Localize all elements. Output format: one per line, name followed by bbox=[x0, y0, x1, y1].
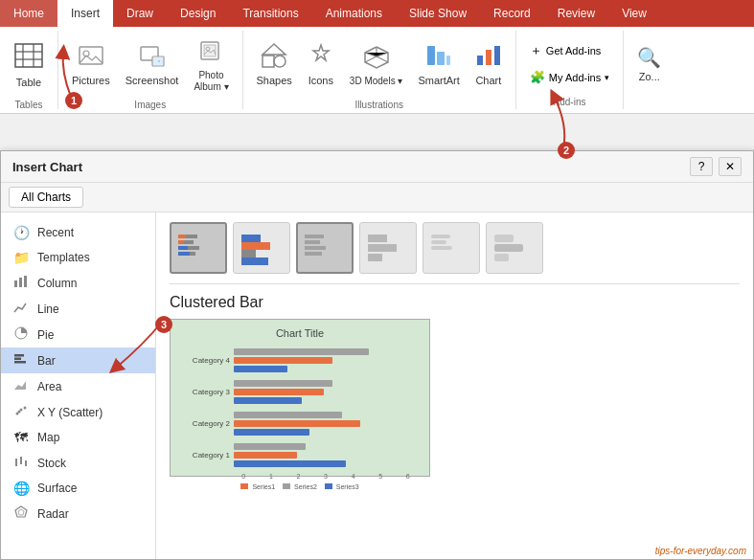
legend-series1-dot bbox=[240, 483, 248, 489]
sidebar-item-scatter[interactable]: X Y (Scatter) bbox=[1, 399, 155, 425]
tab-transitions[interactable]: Transitions bbox=[229, 0, 311, 27]
chart-variant-2[interactable] bbox=[296, 222, 354, 274]
chart-variant-0[interactable] bbox=[170, 222, 227, 274]
zoom-button[interactable]: 🔍 Zo... bbox=[631, 33, 667, 98]
ribbon-group-illustrations-items: Shapes Icons 3D Models ▾ bbox=[251, 33, 508, 98]
icons-button[interactable]: Icons bbox=[302, 33, 340, 98]
svg-rect-14 bbox=[263, 56, 274, 67]
svg-rect-20 bbox=[477, 56, 483, 65]
axis-3: 3 bbox=[312, 473, 340, 480]
3dmodels-button[interactable]: 3D Models ▾ bbox=[344, 33, 409, 98]
recent-icon: 🕐 bbox=[12, 225, 30, 240]
svg-rect-27 bbox=[14, 354, 24, 357]
get-addins-button[interactable]: ＋ Get Add-ins bbox=[524, 40, 606, 61]
cat4-series2-bar bbox=[234, 357, 332, 364]
svg-marker-16 bbox=[263, 44, 286, 55]
tables-group-label: Tables bbox=[8, 98, 50, 110]
cat1-label: Category 1 bbox=[186, 451, 230, 459]
icons-label: Icons bbox=[308, 75, 333, 87]
tab-insert[interactable]: Insert bbox=[57, 0, 113, 27]
sidebar-item-surface[interactable]: 🌐 Surface bbox=[1, 476, 155, 501]
zoom-group-label bbox=[631, 105, 667, 107]
chart-variant-4[interactable] bbox=[423, 222, 480, 274]
cat2-bars bbox=[234, 412, 414, 436]
legend-series3-dot bbox=[325, 483, 332, 489]
dialog-tabs: All Charts bbox=[1, 183, 753, 213]
chart-button[interactable]: Chart bbox=[469, 33, 508, 98]
svg-rect-17 bbox=[427, 46, 435, 65]
sidebar-item-area[interactable]: Area bbox=[1, 373, 155, 399]
svg-rect-60 bbox=[431, 240, 446, 244]
chart-label: Chart bbox=[475, 75, 501, 87]
dialog-close-button[interactable]: ✕ bbox=[719, 157, 742, 176]
ribbon-group-tables-items: Table bbox=[8, 33, 50, 98]
sidebar-item-recent-label: Recent bbox=[37, 226, 74, 239]
all-charts-tab[interactable]: All Charts bbox=[9, 187, 83, 208]
svg-rect-47 bbox=[178, 252, 190, 256]
chart-preview-area: Chart Title Category 4 Category bbox=[170, 319, 430, 477]
zoom-icon: 🔍 bbox=[637, 46, 661, 69]
svg-rect-41 bbox=[178, 235, 186, 238]
svg-rect-55 bbox=[305, 252, 322, 256]
svg-rect-25 bbox=[24, 276, 27, 287]
svg-rect-51 bbox=[241, 258, 268, 265]
svg-rect-58 bbox=[368, 254, 382, 261]
sidebar-item-pie[interactable]: Pie bbox=[1, 322, 155, 347]
my-addins-button[interactable]: 🧩 My Add-ins ▾ bbox=[524, 67, 615, 88]
smartart-label: SmartArt bbox=[418, 75, 459, 87]
sidebar-item-templates[interactable]: 📁 Templates bbox=[1, 245, 155, 270]
axis-2: 2 bbox=[285, 473, 312, 480]
legend-series3-label: Series3 bbox=[336, 483, 359, 490]
smartart-button[interactable]: SmartArt bbox=[412, 33, 465, 98]
sidebar-item-map-label: Map bbox=[37, 431, 59, 444]
sidebar-item-scatter-label: X Y (Scatter) bbox=[37, 406, 103, 419]
tab-home[interactable]: Home bbox=[0, 0, 57, 27]
sidebar-item-map[interactable]: 🗺 Map bbox=[1, 425, 155, 450]
cat2-label: Category 2 bbox=[186, 419, 230, 428]
sidebar-item-line[interactable]: Line bbox=[1, 296, 155, 322]
pictures-button[interactable]: Pictures bbox=[66, 33, 116, 98]
shapes-button[interactable]: Shapes bbox=[251, 33, 298, 98]
3dmodels-label: 3D Models ▾ bbox=[350, 76, 403, 87]
chart-variant-1[interactable] bbox=[233, 222, 290, 274]
sidebar-item-templates-label: Templates bbox=[37, 251, 90, 264]
tab-slideshow[interactable]: Slide Show bbox=[396, 0, 480, 27]
chart-variant-3[interactable] bbox=[359, 222, 417, 274]
cat3-label: Category 3 bbox=[186, 388, 230, 396]
sidebar-item-bar[interactable]: Bar bbox=[1, 347, 155, 373]
sidebar-item-bar-label: Bar bbox=[37, 354, 56, 368]
tab-design[interactable]: Design bbox=[167, 0, 229, 27]
ribbon-group-images: Pictures Screenshot Photo Album ▾ Images bbox=[58, 31, 243, 109]
cat1-series2-bar bbox=[234, 452, 297, 459]
svg-rect-23 bbox=[14, 280, 17, 287]
radar-chart-icon bbox=[12, 505, 30, 522]
svg-rect-45 bbox=[178, 246, 188, 250]
chart-variant-5[interactable] bbox=[486, 222, 543, 274]
surface-chart-icon: 🌐 bbox=[12, 481, 30, 496]
get-addins-label: Get Add-ins bbox=[546, 45, 601, 56]
dialog-controls: ? ✕ bbox=[690, 157, 742, 176]
axis-6: 6 bbox=[394, 473, 422, 480]
sidebar-item-radar[interactable]: Radar bbox=[1, 501, 155, 526]
screenshot-button[interactable]: Screenshot bbox=[120, 33, 185, 98]
tab-animations[interactable]: Animations bbox=[312, 0, 396, 27]
cat3-series1-bar bbox=[234, 380, 332, 387]
tab-review[interactable]: Review bbox=[544, 0, 608, 27]
tab-view[interactable]: View bbox=[608, 0, 660, 27]
tab-record[interactable]: Record bbox=[480, 0, 544, 27]
area-chart-icon bbox=[12, 378, 30, 394]
cat3-series2-bar bbox=[234, 389, 324, 395]
sidebar-item-recent[interactable]: 🕐 Recent bbox=[1, 220, 155, 245]
ribbon-group-addins-items: ＋ Get Add-ins 🧩 My Add-ins ▾ bbox=[524, 33, 615, 95]
sidebar-item-line-label: Line bbox=[37, 302, 59, 316]
sidebar-item-column[interactable]: Column bbox=[1, 270, 155, 296]
tab-draw[interactable]: Draw bbox=[113, 0, 167, 27]
dialog-help-button[interactable]: ? bbox=[690, 157, 713, 176]
cat4-series3-bar bbox=[234, 366, 287, 372]
cat4-label: Category 4 bbox=[186, 356, 230, 365]
sidebar-item-stock[interactable]: Stock bbox=[1, 450, 155, 476]
photo-album-button[interactable]: Photo Album ▾ bbox=[188, 33, 234, 98]
table-button[interactable]: Table bbox=[8, 33, 50, 98]
images-group-label: Images bbox=[66, 98, 235, 110]
ribbon-group-addins: ＋ Get Add-ins 🧩 My Add-ins ▾ Add-ins bbox=[516, 31, 624, 109]
